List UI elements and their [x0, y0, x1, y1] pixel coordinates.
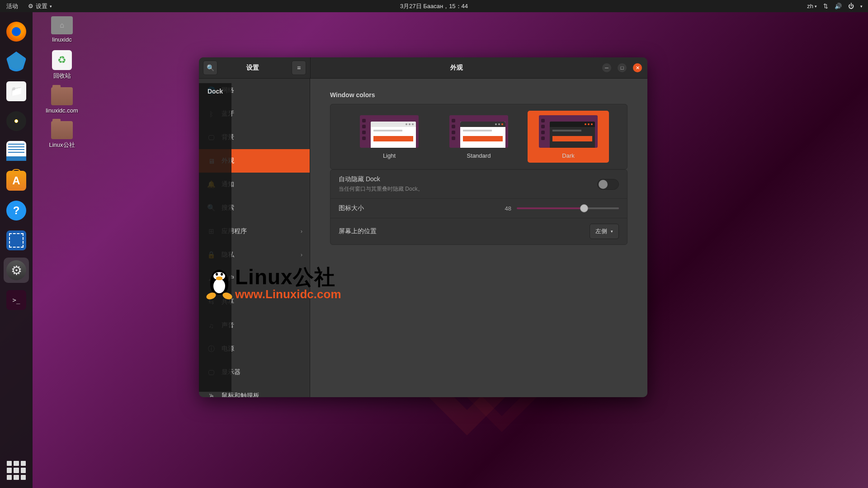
theme-option-standard[interactable]: Standard	[438, 111, 519, 163]
settings-window: 🔍 设置 ≡ 外观 ─ □ ✕ 🌐网络ᛒ蓝牙🖵背景🖥外观🔔通知🔍搜索⊞应用程序›…	[199, 57, 647, 397]
caret-down-icon: ▾	[815, 4, 817, 9]
top-panel: 活动 ⚙ 设置 ▾ 3月27日 Баасан，15：44 zh ▾ ⇅ 🔊 ⏻ …	[0, 0, 868, 12]
page-title: 外观	[311, 64, 602, 72]
dock-item-files[interactable]	[4, 79, 29, 104]
search-icon: 🔍	[207, 64, 214, 71]
desktop-icon-home[interactable]: linuxidc	[37, 16, 87, 43]
watermark: Linux公社 www.Linuxidc.com	[203, 267, 341, 300]
close-button[interactable]: ✕	[633, 63, 642, 72]
position-row: 屏幕上的位置 左侧 ▾	[330, 218, 627, 244]
folder-icon	[51, 87, 73, 105]
theme-preview-icon	[360, 115, 419, 148]
minimize-icon: ─	[605, 65, 609, 70]
firefox-icon	[6, 22, 26, 42]
caret-down-icon[interactable]: ▾	[860, 4, 863, 9]
app-menu[interactable]: ⚙ 设置 ▾	[24, 2, 56, 10]
theme-label: Dark	[562, 152, 574, 159]
icon-size-value: 48	[500, 205, 511, 212]
maximize-icon: □	[621, 65, 624, 70]
activities-button[interactable]: 活动	[0, 2, 24, 10]
tux-icon	[203, 267, 235, 299]
maximize-button[interactable]: □	[618, 63, 627, 72]
desktop-icons: linuxidc 回收站 linuxidc.com Linux公社	[37, 16, 87, 156]
chevron-right-icon: ›	[301, 252, 302, 258]
input-source-indicator[interactable]: zh ▾	[807, 3, 817, 9]
sidebar-item-label: 鼠标和触摸板	[222, 392, 259, 397]
files-icon	[6, 81, 26, 101]
mouse-touchpad-icon: 🖱	[207, 392, 215, 398]
titlebar[interactable]: 🔍 设置 ≡ 外观 ─ □ ✕	[199, 57, 647, 79]
dock-item-software[interactable]	[4, 168, 29, 193]
screenshot-icon	[6, 230, 26, 250]
dock-item-thunderbird[interactable]	[4, 49, 29, 74]
minimize-button[interactable]: ─	[602, 63, 611, 72]
sidebar-title: 设置	[217, 64, 288, 72]
section-title-window-colors: Window colors	[330, 91, 627, 99]
icon-size-row: 图标大小 48	[330, 198, 627, 218]
dock	[0, 12, 33, 488]
close-icon: ✕	[636, 65, 640, 71]
position-label: 屏幕上的位置	[339, 227, 590, 235]
dock-item-writer[interactable]	[4, 138, 29, 164]
home-folder-icon	[51, 16, 73, 34]
theme-label: Light	[383, 152, 396, 159]
theme-label: Standard	[467, 152, 491, 159]
autohide-row: 自动隐藏 Dock 当任何窗口与其重叠时隐藏 Dock。	[330, 170, 627, 198]
settings-icon	[6, 260, 26, 280]
chevron-right-icon: ›	[301, 228, 302, 235]
search-button[interactable]: 🔍	[203, 61, 217, 75]
dock-item-screenshot[interactable]	[4, 228, 29, 253]
caret-down-icon: ▾	[611, 229, 613, 234]
show-applications-button[interactable]	[7, 461, 26, 480]
system-tray: zh ▾ ⇅ 🔊 ⏻ ▾	[807, 3, 868, 9]
dock-item-terminal[interactable]	[4, 287, 29, 313]
ubuntu-software-icon	[6, 171, 26, 191]
libreoffice-writer-icon	[6, 141, 26, 161]
network-icon[interactable]: ⇅	[823, 3, 828, 9]
theme-preview-icon	[539, 115, 598, 148]
hamburger-icon: ≡	[297, 64, 301, 71]
volume-icon[interactable]: 🔊	[835, 3, 842, 9]
hamburger-menu-button[interactable]: ≡	[292, 61, 306, 75]
gear-icon: ⚙	[28, 3, 33, 9]
app-menu-label: 设置	[36, 2, 47, 10]
theme-selector: LightStandardDark	[330, 104, 627, 169]
rhythmbox-icon	[6, 111, 26, 131]
desktop-icon-trash[interactable]: 回收站	[37, 50, 87, 80]
help-icon	[6, 201, 26, 221]
terminal-icon	[6, 290, 26, 310]
theme-option-dark[interactable]: Dark	[528, 111, 609, 163]
thunderbird-icon	[6, 52, 26, 71]
dock-item-help[interactable]	[4, 198, 29, 223]
icon-size-label: 图标大小	[339, 204, 500, 212]
dock-item-firefox[interactable]	[4, 19, 29, 44]
folder-icon	[51, 121, 73, 139]
trash-icon	[52, 50, 72, 70]
desktop-icon-folder[interactable]: linuxidc.com	[37, 87, 87, 114]
theme-option-light[interactable]: Light	[349, 111, 430, 163]
settings-content: Window colors LightStandardDark Dock 自动隐…	[310, 79, 647, 397]
clock[interactable]: 3月27日 Баасан，15：44	[400, 2, 468, 10]
position-dropdown[interactable]: 左侧 ▾	[590, 224, 619, 239]
autohide-switch[interactable]	[597, 179, 619, 190]
dock-item-rhythmbox[interactable]	[4, 108, 29, 134]
autohide-description: 当任何窗口与其重叠时隐藏 Dock。	[339, 185, 597, 193]
theme-preview-icon	[449, 115, 508, 148]
icon-size-slider[interactable]	[517, 207, 619, 209]
desktop-icon-folder[interactable]: Linux公社	[37, 121, 87, 149]
caret-down-icon: ▾	[50, 4, 52, 9]
autohide-label: 自动隐藏 Dock	[339, 175, 597, 183]
dock-settings-panel: 自动隐藏 Dock 当任何窗口与其重叠时隐藏 Dock。 图标大小 48 屏幕上…	[330, 169, 627, 245]
dock-item-settings[interactable]	[4, 258, 29, 283]
power-icon[interactable]: ⏻	[848, 3, 854, 9]
